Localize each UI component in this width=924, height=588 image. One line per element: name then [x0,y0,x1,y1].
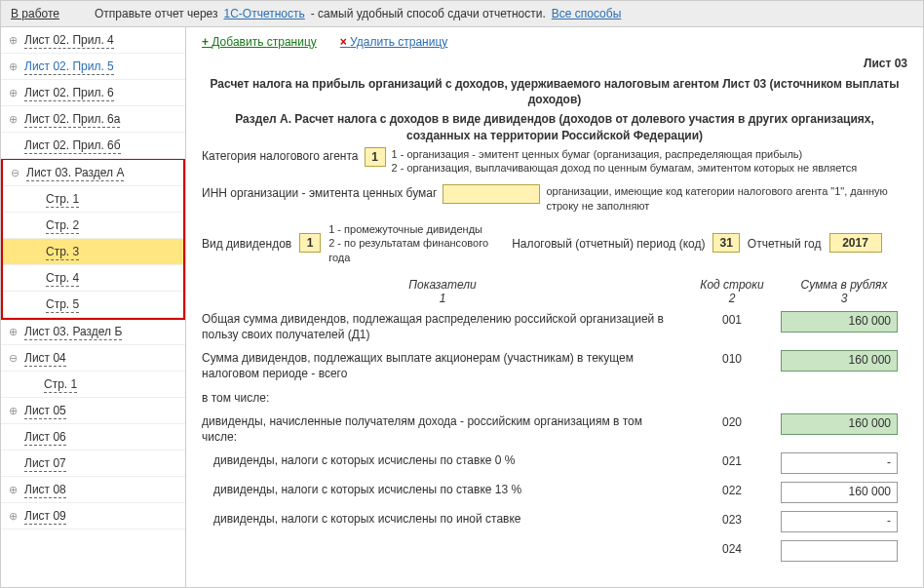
sidebar-item-label: Лист 06 [24,430,66,446]
row-desc: дивиденды, налоги с которых исчислены по… [202,452,683,468]
cat-label: Категория налогового агента [202,147,359,163]
sidebar-item-label: Лист 03. Раздел А [26,166,124,181]
sidebar-item-label: Лист 07 [24,456,66,472]
cat-hint: 1 - организация - эмитент ценных бумаг (… [392,147,858,176]
expand-icon[interactable]: ⊕ [7,87,19,98]
sidebar-item[interactable]: Лист 06 [1,424,185,451]
row-amount-cell: 160 000 [781,350,907,372]
amount-input[interactable]: 160 000 [781,413,898,435]
sidebar-item[interactable]: Стр. 2 [3,213,183,239]
col-3-num: 3 [841,292,848,305]
col-2-num: 2 [729,292,736,305]
row-code: 021 [683,452,781,468]
sidebar-item-label: Лист 08 [24,483,66,498]
div-hint: 1 - промежуточные дивиденды 2 - по резул… [328,222,504,264]
sidebar-item-label: Лист 03. Раздел Б [24,325,122,340]
period-label: Налоговый (отчетный) период (код) [512,235,705,251]
table-row: дивиденды, налоги с которых исчислены по… [202,452,907,474]
col-3-title: Сумма в рублях [801,278,888,292]
link-all-methods[interactable]: Все способы [552,7,622,20]
sidebar-item-label: Лист 09 [24,509,66,525]
table-row: дивиденды, налоги с которых исчислены по… [202,482,907,503]
sidebar-item[interactable]: Стр. 1 [3,186,183,213]
row-desc: Сумма дивидендов, подлежащих выплате акц… [202,350,683,381]
inn-input[interactable] [443,184,540,204]
expand-icon[interactable]: ⊕ [7,405,19,416]
sidebar-item[interactable]: Стр. 3 [3,239,183,265]
amount-input[interactable]: 160 000 [781,482,898,503]
highlight-box: ⊖Лист 03. Раздел АСтр. 1Стр. 2Стр. 3Стр.… [1,158,185,320]
sidebar-item[interactable]: ⊕Лист 02. Прил. 5 [1,54,185,80]
sidebar-item[interactable]: ⊖Лист 03. Раздел А [3,160,183,186]
sidebar-item-label: Лист 02. Прил. 6а [24,112,120,128]
sidebar-item[interactable]: ⊖Лист 04 [1,345,185,372]
sidebar-item-label: Лист 02. Прил. 5 [24,59,114,75]
inn-label: ИНН организации - эмитента ценных бумаг [202,184,437,200]
inn-hint: организации, имеющие код категории налог… [546,184,907,213]
sidebar-item[interactable]: ⊕Лист 03. Раздел Б [1,319,185,345]
table-row: в том числе: [202,390,907,406]
main-content[interactable]: Добавить страницу Удалить страницу Лист … [186,27,923,587]
sidebar-item[interactable]: ⊕Лист 02. Прил. 4 [1,27,185,54]
header-2: Раздел А. Расчет налога с доходов в виде… [202,111,907,142]
amount-input[interactable]: 160 000 [781,311,898,333]
amount-input[interactable]: - [781,452,898,474]
div-label: Вид дивидендов [202,235,291,251]
sidebar-item[interactable]: Лист 02. Прил. 6б [1,133,185,159]
table-row: Общая сумма дивидендов, подлежащая распр… [202,311,907,342]
row-desc: в том числе: [202,390,683,406]
sidebar[interactable]: ⊕Лист 02. Прил. 4⊕Лист 02. Прил. 5⊕Лист … [1,27,186,587]
sidebar-item[interactable]: ⊕Лист 02. Прил. 6а [1,106,185,133]
row-code: 020 [683,413,781,429]
table-row: Сумма дивидендов, подлежащих выплате акц… [202,350,907,381]
sidebar-item[interactable]: ⊕Лист 09 [1,503,185,529]
cat-value[interactable]: 1 [365,147,386,167]
row-code [683,390,781,392]
add-page-link[interactable]: Добавить страницу [202,35,317,49]
delete-page-link[interactable]: Удалить страницу [340,35,448,49]
work-status[interactable]: В работе [11,7,59,20]
sidebar-item-label: Стр. 4 [46,271,79,287]
sidebar-item[interactable]: Стр. 5 [3,292,183,318]
row-code: 022 [683,482,781,497]
amount-input[interactable]: 160 000 [781,350,898,372]
expand-icon[interactable]: ⊕ [7,484,19,495]
row-code: 010 [683,350,781,366]
sidebar-item[interactable]: ⊕Лист 08 [1,477,185,503]
period-value[interactable]: 31 [712,233,739,253]
year-value[interactable]: 2017 [829,233,882,253]
row-desc: Общая сумма дивидендов, подлежащая распр… [202,311,683,342]
amount-input[interactable]: - [781,511,898,532]
col-1-num: 1 [440,292,446,305]
sidebar-item[interactable]: Стр. 4 [3,265,183,292]
collapse-icon[interactable]: ⊖ [7,352,19,364]
sidebar-item-label: Стр. 3 [46,245,79,260]
sidebar-item-label: Стр. 5 [46,297,79,313]
link-1c-report[interactable]: 1С-Отчетность [224,7,305,20]
expand-icon[interactable]: ⊕ [7,60,19,72]
collapse-icon[interactable]: ⊖ [9,167,20,178]
row-code: 023 [683,511,781,527]
header-1: Расчет налога на прибыль организаций с д… [202,76,907,107]
topbar: В работе Отправьте отчет через 1С-Отчетн… [1,1,923,27]
topbar-hint-pre: Отправьте отчет через [95,7,218,20]
amount-input[interactable] [781,540,898,562]
row-amount-cell: - [781,511,907,532]
div-value[interactable]: 1 [299,233,321,253]
col-1-title: Показатели [408,278,476,292]
sidebar-item[interactable]: ⊕Лист 02. Прил. 6 [1,80,185,106]
row-amount-cell: 160 000 [781,413,907,435]
sidebar-item[interactable]: ⊕Лист 05 [1,398,185,424]
row-amount-cell: 160 000 [781,311,907,333]
sidebar-item[interactable]: Стр. 1 [1,372,185,398]
row-desc: дивиденды, начисленные получателям доход… [202,413,683,445]
sidebar-item[interactable]: Лист 07 [1,451,185,477]
expand-icon[interactable]: ⊕ [7,510,19,522]
expand-icon[interactable]: ⊕ [7,113,19,125]
expand-icon[interactable]: ⊕ [7,34,19,46]
table-row: 024 [202,540,907,562]
row-amount-cell [781,540,907,562]
sidebar-item-label: Стр. 1 [46,192,79,208]
expand-icon[interactable]: ⊕ [7,326,19,337]
row-code: 024 [683,540,781,556]
